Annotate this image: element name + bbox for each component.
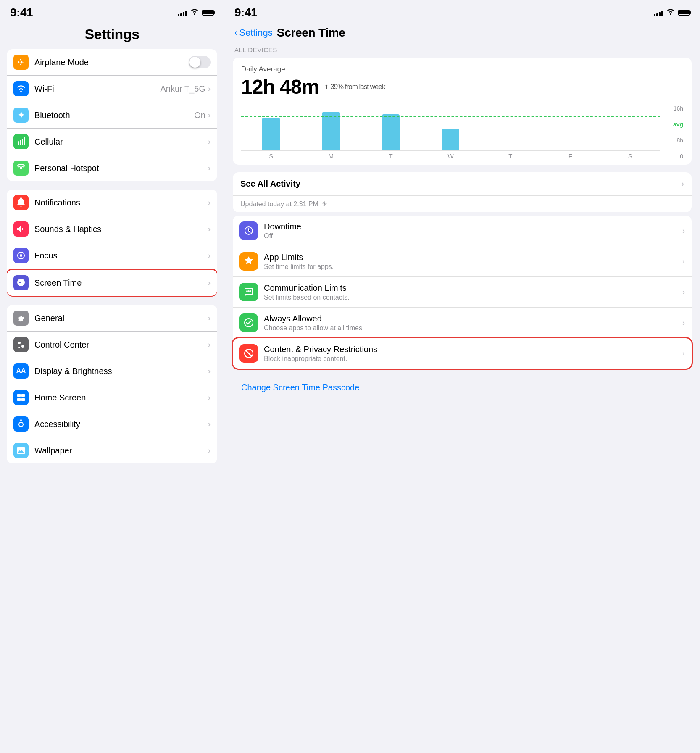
comm-limits-row[interactable]: Communication Limits Set limits based on… bbox=[233, 277, 692, 308]
cellular-row[interactable]: Cellular › bbox=[7, 129, 217, 155]
left-page-title: Settings bbox=[84, 26, 139, 42]
home-screen-icon bbox=[13, 390, 29, 405]
sounds-chevron: › bbox=[208, 225, 211, 234]
always-allowed-row[interactable]: Always Allowed Choose apps to allow at a… bbox=[233, 308, 692, 338]
see-all-chevron: › bbox=[682, 179, 684, 188]
notifications-label: Notifications bbox=[34, 198, 80, 208]
app-limits-row[interactable]: App Limits Set time limits for apps. › bbox=[233, 246, 692, 277]
sounds-label: Sounds & Haptics bbox=[34, 224, 101, 234]
notifications-row[interactable]: Notifications › bbox=[7, 190, 217, 216]
right-page-title: Screen Time bbox=[277, 26, 345, 39]
svg-rect-3 bbox=[24, 137, 25, 145]
sounds-haptics-row[interactable]: Sounds & Haptics › bbox=[7, 216, 217, 242]
airplane-mode-toggle[interactable] bbox=[189, 56, 211, 68]
bar-w bbox=[421, 105, 480, 150]
wifi-row[interactable]: Wi-Fi Ankur T_5G › bbox=[7, 76, 217, 102]
wallpaper-row[interactable]: Wallpaper › bbox=[7, 437, 217, 463]
left-header: Settings bbox=[0, 23, 224, 49]
screen-time-row[interactable]: Screen Time › bbox=[7, 270, 217, 296]
status-bar-left: 9:41 bbox=[0, 0, 224, 23]
content-privacy-title: Content & Privacy Restrictions bbox=[264, 345, 682, 354]
content-privacy-chevron: › bbox=[682, 349, 685, 358]
always-allowed-subtitle: Choose apps to allow at all times. bbox=[264, 324, 682, 332]
bar-s1 bbox=[241, 105, 301, 150]
app-limits-icon bbox=[239, 252, 258, 271]
wifi-chevron: › bbox=[208, 84, 211, 93]
airplane-mode-row[interactable]: ✈ Airplane Mode bbox=[7, 49, 217, 76]
content-privacy-subtitle: Block inappropriate content. bbox=[264, 355, 682, 363]
general-row[interactable]: General › bbox=[7, 305, 217, 332]
system1-section: Notifications › Sounds & Haptics › bbox=[7, 190, 217, 297]
bluetooth-chevron: › bbox=[208, 111, 211, 120]
screen-time-label: Screen Time bbox=[34, 278, 82, 288]
y-axis: 16h avg 8h 0 bbox=[660, 105, 683, 160]
bar-chart: S M T W T F S 16h avg 8h 0 bbox=[241, 105, 683, 160]
bar-m bbox=[301, 105, 361, 150]
downtime-icon bbox=[239, 221, 258, 240]
left-panel: 9:41 Settings ✈ Airplan bbox=[0, 0, 224, 753]
hotspot-value: › bbox=[208, 164, 211, 173]
home-screen-row[interactable]: Home Screen › bbox=[7, 384, 217, 411]
right-panel: 9:41 ‹ Settings Screen Time ALL DEVICES bbox=[224, 0, 700, 753]
bars-container bbox=[241, 105, 660, 151]
status-icons-right bbox=[654, 8, 690, 17]
connectivity-section: ✈ Airplane Mode Wi-Fi Ankur T_5G › bbox=[7, 49, 217, 181]
svg-point-13 bbox=[20, 419, 22, 421]
accessibility-icon bbox=[13, 416, 29, 432]
daily-avg-time: 12h 48m ⬆ 39% from last week bbox=[241, 75, 683, 98]
back-button[interactable]: ‹ Settings bbox=[234, 27, 273, 38]
sounds-icon bbox=[13, 221, 29, 237]
always-allowed-icon bbox=[239, 313, 258, 332]
svg-rect-9 bbox=[17, 394, 21, 397]
cellular-label: Cellular bbox=[34, 137, 63, 147]
content-privacy-row[interactable]: Content & Privacy Restrictions Block ina… bbox=[233, 338, 692, 369]
features-section: Downtime Off › App Limits Set time limit… bbox=[233, 216, 692, 369]
chart-labels: S M T W T F S bbox=[241, 151, 660, 160]
focus-label: Focus bbox=[34, 251, 57, 261]
always-allowed-title: Always Allowed bbox=[264, 314, 682, 324]
display-brightness-row[interactable]: AA Display & Brightness › bbox=[7, 358, 217, 384]
wallpaper-chevron: › bbox=[208, 446, 211, 455]
svg-line-20 bbox=[246, 350, 252, 356]
downtime-row[interactable]: Downtime Off › bbox=[233, 216, 692, 246]
airplane-mode-icon: ✈ bbox=[13, 55, 29, 70]
control-center-icon bbox=[13, 337, 29, 352]
svg-rect-1 bbox=[20, 140, 21, 145]
screen-time-chevron: › bbox=[208, 279, 211, 287]
right-header: ‹ Settings Screen Time bbox=[224, 23, 700, 46]
battery-icon bbox=[202, 10, 214, 16]
bluetooth-row[interactable]: ✦ Bluetooth On › bbox=[7, 102, 217, 129]
control-center-row[interactable]: Control Center › bbox=[7, 332, 217, 358]
general-icon bbox=[13, 311, 29, 326]
screen-time-content: ALL DEVICES Daily Average 12h 48m ⬆ 39% … bbox=[224, 46, 700, 753]
accessibility-row[interactable]: Accessibility › bbox=[7, 411, 217, 437]
bluetooth-label: Bluetooth bbox=[34, 111, 70, 120]
wallpaper-icon bbox=[13, 443, 29, 458]
hotspot-label: Personal Hotspot bbox=[34, 163, 99, 173]
see-all-row[interactable]: See All Activity › bbox=[233, 172, 692, 196]
back-label: Settings bbox=[239, 27, 273, 38]
wallpaper-label: Wallpaper bbox=[34, 446, 72, 455]
system2-section: General › Control Center › AA Display & … bbox=[7, 305, 217, 463]
all-devices-label: ALL DEVICES bbox=[234, 46, 692, 53]
home-screen-chevron: › bbox=[208, 393, 211, 402]
comm-limits-chevron: › bbox=[682, 288, 685, 297]
svg-point-5 bbox=[18, 342, 21, 344]
bluetooth-icon: ✦ bbox=[13, 108, 29, 123]
bar-t1 bbox=[361, 105, 421, 150]
signal-icon-right bbox=[654, 9, 663, 16]
downtime-title: Downtime bbox=[264, 222, 682, 232]
downtime-subtitle: Off bbox=[264, 232, 682, 240]
svg-rect-0 bbox=[18, 141, 19, 145]
svg-rect-10 bbox=[21, 394, 25, 397]
focus-row[interactable]: Focus › bbox=[7, 242, 217, 269]
personal-hotspot-row[interactable]: Personal Hotspot › bbox=[7, 155, 217, 181]
passcode-link[interactable]: Change Screen Time Passcode bbox=[233, 376, 692, 399]
app-limits-chevron: › bbox=[682, 257, 685, 266]
svg-rect-11 bbox=[17, 398, 21, 401]
general-chevron: › bbox=[208, 314, 211, 323]
see-all-card: See All Activity › Updated today at 2:31… bbox=[233, 172, 692, 212]
svg-point-16 bbox=[248, 290, 250, 292]
comm-limits-subtitle: Set limits based on contacts. bbox=[264, 294, 682, 301]
general-label: General bbox=[34, 313, 64, 323]
